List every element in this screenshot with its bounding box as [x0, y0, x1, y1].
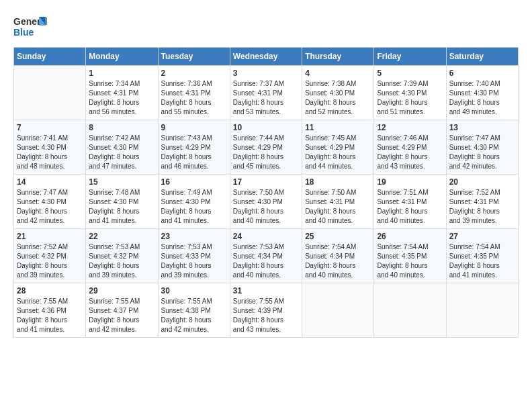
cell-content: Sunrise: 7:53 AM Sunset: 4:34 PM Dayligh… [233, 242, 299, 280]
day-number: 7 [17, 123, 83, 132]
day-number: 10 [233, 123, 299, 132]
day-number: 2 [161, 68, 227, 78]
calendar-cell: 25Sunrise: 7:54 AM Sunset: 4:34 PM Dayli… [302, 229, 374, 283]
cell-content: Sunrise: 7:50 AM Sunset: 4:30 PM Dayligh… [233, 188, 299, 226]
cell-content: Sunrise: 7:55 AM Sunset: 4:39 PM Dayligh… [233, 297, 299, 334]
header-cell-monday: Monday [86, 48, 158, 66]
day-number: 24 [233, 232, 299, 241]
header-cell-sunday: Sunday [14, 48, 86, 66]
calendar-cell: 14Sunrise: 7:47 AM Sunset: 4:30 PM Dayli… [14, 175, 86, 229]
day-number: 6 [449, 68, 515, 78]
day-number: 1 [89, 68, 154, 78]
calendar-cell: 15Sunrise: 7:48 AM Sunset: 4:30 PM Dayli… [86, 175, 158, 229]
cell-content: Sunrise: 7:49 AM Sunset: 4:30 PM Dayligh… [161, 188, 227, 226]
cell-content: Sunrise: 7:47 AM Sunset: 4:30 PM Dayligh… [17, 188, 83, 226]
calendar-cell: 13Sunrise: 7:47 AM Sunset: 4:30 PM Dayli… [446, 120, 518, 175]
day-number: 9 [161, 123, 227, 132]
calendar-cell: 8Sunrise: 7:42 AM Sunset: 4:30 PM Daylig… [86, 120, 158, 175]
calendar-cell: 30Sunrise: 7:55 AM Sunset: 4:38 PM Dayli… [158, 283, 230, 338]
cell-content: Sunrise: 7:36 AM Sunset: 4:31 PM Dayligh… [161, 79, 227, 117]
calendar-cell: 21Sunrise: 7:52 AM Sunset: 4:32 PM Dayli… [14, 229, 86, 283]
cell-content: Sunrise: 7:48 AM Sunset: 4:30 PM Dayligh… [89, 188, 154, 226]
cell-content: Sunrise: 7:52 AM Sunset: 4:31 PM Dayligh… [449, 188, 515, 226]
cell-content: Sunrise: 7:50 AM Sunset: 4:31 PM Dayligh… [305, 188, 371, 226]
logo: GeneralBlue [13, 13, 47, 40]
calendar-cell: 10Sunrise: 7:44 AM Sunset: 4:29 PM Dayli… [230, 120, 302, 175]
cell-content: Sunrise: 7:38 AM Sunset: 4:30 PM Dayligh… [305, 79, 371, 117]
day-number: 30 [161, 286, 227, 295]
calendar-cell: 1Sunrise: 7:34 AM Sunset: 4:31 PM Daylig… [86, 66, 158, 120]
cell-content: Sunrise: 7:55 AM Sunset: 4:37 PM Dayligh… [89, 297, 154, 334]
cell-content: Sunrise: 7:45 AM Sunset: 4:29 PM Dayligh… [305, 134, 371, 171]
calendar-cell: 16Sunrise: 7:49 AM Sunset: 4:30 PM Dayli… [158, 175, 230, 229]
calendar-cell: 3Sunrise: 7:37 AM Sunset: 4:31 PM Daylig… [230, 66, 302, 120]
cell-content: Sunrise: 7:41 AM Sunset: 4:30 PM Dayligh… [17, 134, 83, 171]
day-number: 20 [449, 177, 515, 187]
header-cell-friday: Friday [374, 48, 446, 66]
calendar-cell: 19Sunrise: 7:51 AM Sunset: 4:31 PM Dayli… [374, 175, 446, 229]
calendar-cell: 5Sunrise: 7:39 AM Sunset: 4:30 PM Daylig… [374, 66, 446, 120]
day-number: 22 [89, 232, 154, 241]
cell-content: Sunrise: 7:34 AM Sunset: 4:31 PM Dayligh… [89, 79, 154, 117]
cell-content: Sunrise: 7:43 AM Sunset: 4:29 PM Dayligh… [161, 134, 227, 171]
cell-content: Sunrise: 7:39 AM Sunset: 4:30 PM Dayligh… [377, 79, 443, 117]
calendar-cell: 20Sunrise: 7:52 AM Sunset: 4:31 PM Dayli… [446, 175, 518, 229]
svg-text:Blue: Blue [13, 27, 34, 38]
day-number: 15 [89, 177, 154, 187]
day-number: 8 [89, 123, 154, 132]
cell-content: Sunrise: 7:51 AM Sunset: 4:31 PM Dayligh… [377, 188, 443, 226]
header-cell-wednesday: Wednesday [230, 48, 302, 66]
cell-content: Sunrise: 7:54 AM Sunset: 4:35 PM Dayligh… [377, 242, 443, 280]
calendar-cell: 11Sunrise: 7:45 AM Sunset: 4:29 PM Dayli… [302, 120, 374, 175]
calendar-cell: 24Sunrise: 7:53 AM Sunset: 4:34 PM Dayli… [230, 229, 302, 283]
calendar-cell: 12Sunrise: 7:46 AM Sunset: 4:29 PM Dayli… [374, 120, 446, 175]
calendar-cell [14, 66, 86, 120]
calendar-header: SundayMondayTuesdayWednesdayThursdayFrid… [14, 48, 519, 66]
week-row-5: 28Sunrise: 7:55 AM Sunset: 4:36 PM Dayli… [14, 283, 519, 338]
calendar-cell: 22Sunrise: 7:53 AM Sunset: 4:32 PM Dayli… [86, 229, 158, 283]
calendar-cell: 18Sunrise: 7:50 AM Sunset: 4:31 PM Dayli… [302, 175, 374, 229]
calendar-cell [302, 283, 374, 338]
day-number: 27 [449, 232, 515, 241]
day-number: 19 [377, 177, 443, 187]
calendar-table: SundayMondayTuesdayWednesdayThursdayFrid… [13, 47, 519, 338]
cell-content: Sunrise: 7:46 AM Sunset: 4:29 PM Dayligh… [377, 134, 443, 171]
calendar-cell: 26Sunrise: 7:54 AM Sunset: 4:35 PM Dayli… [374, 229, 446, 283]
calendar-cell: 7Sunrise: 7:41 AM Sunset: 4:30 PM Daylig… [14, 120, 86, 175]
week-row-4: 21Sunrise: 7:52 AM Sunset: 4:32 PM Dayli… [14, 229, 519, 283]
cell-content: Sunrise: 7:53 AM Sunset: 4:33 PM Dayligh… [161, 242, 227, 280]
calendar-cell: 6Sunrise: 7:40 AM Sunset: 4:30 PM Daylig… [446, 66, 518, 120]
calendar-cell: 4Sunrise: 7:38 AM Sunset: 4:30 PM Daylig… [302, 66, 374, 120]
day-number: 13 [449, 123, 515, 132]
day-number: 23 [161, 232, 227, 241]
cell-content: Sunrise: 7:40 AM Sunset: 4:30 PM Dayligh… [449, 79, 515, 117]
day-number: 14 [17, 177, 83, 187]
cell-content: Sunrise: 7:54 AM Sunset: 4:34 PM Dayligh… [305, 242, 371, 280]
day-number: 28 [17, 286, 83, 295]
day-number: 25 [305, 232, 371, 241]
day-number: 11 [305, 123, 371, 132]
week-row-1: 1Sunrise: 7:34 AM Sunset: 4:31 PM Daylig… [14, 66, 519, 120]
day-number: 26 [377, 232, 443, 241]
calendar-cell: 29Sunrise: 7:55 AM Sunset: 4:37 PM Dayli… [86, 283, 158, 338]
cell-content: Sunrise: 7:37 AM Sunset: 4:31 PM Dayligh… [233, 79, 299, 117]
calendar-cell: 2Sunrise: 7:36 AM Sunset: 4:31 PM Daylig… [158, 66, 230, 120]
calendar-cell: 31Sunrise: 7:55 AM Sunset: 4:39 PM Dayli… [230, 283, 302, 338]
cell-content: Sunrise: 7:55 AM Sunset: 4:38 PM Dayligh… [161, 297, 227, 334]
header-cell-saturday: Saturday [446, 48, 518, 66]
calendar-cell: 23Sunrise: 7:53 AM Sunset: 4:33 PM Dayli… [158, 229, 230, 283]
cell-content: Sunrise: 7:44 AM Sunset: 4:29 PM Dayligh… [233, 134, 299, 171]
day-number: 17 [233, 177, 299, 187]
week-row-3: 14Sunrise: 7:47 AM Sunset: 4:30 PM Dayli… [14, 175, 519, 229]
header-row: SundayMondayTuesdayWednesdayThursdayFrid… [14, 48, 519, 66]
day-number: 18 [305, 177, 371, 187]
calendar-cell: 27Sunrise: 7:54 AM Sunset: 4:35 PM Dayli… [446, 229, 518, 283]
cell-content: Sunrise: 7:42 AM Sunset: 4:30 PM Dayligh… [89, 134, 154, 171]
cell-content: Sunrise: 7:52 AM Sunset: 4:32 PM Dayligh… [17, 242, 83, 280]
week-row-2: 7Sunrise: 7:41 AM Sunset: 4:30 PM Daylig… [14, 120, 519, 175]
cell-content: Sunrise: 7:53 AM Sunset: 4:32 PM Dayligh… [89, 242, 154, 280]
day-number: 31 [233, 286, 299, 295]
day-number: 29 [89, 286, 154, 295]
calendar-cell [446, 283, 518, 338]
day-number: 12 [377, 123, 443, 132]
